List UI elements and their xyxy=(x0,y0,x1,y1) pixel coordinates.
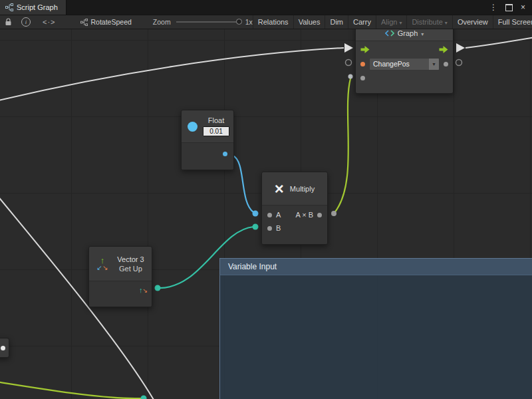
node-header[interactable]: Graph ▾ xyxy=(356,29,453,41)
node-vector3-getup[interactable]: ↑ ↙ ↘ Vector 3 Get Up ↑↘ xyxy=(88,246,152,307)
down-right-arrow-icon: ↘ xyxy=(142,287,148,294)
vector3-mini-icon: ↑↘ xyxy=(139,287,148,294)
dropdown-arrow-icon: ▾ xyxy=(399,20,402,26)
window-controls: ⋮ × xyxy=(489,0,532,15)
variable-port[interactable] xyxy=(360,62,365,66)
zoom-slider-handle[interactable] xyxy=(236,19,242,25)
menu-icon[interactable]: ⋮ xyxy=(489,3,497,11)
multiply-a-input-dot xyxy=(253,211,259,217)
align-button[interactable]: Align ▾ xyxy=(376,15,406,29)
float-title-group: Float 0.01 xyxy=(203,116,229,136)
node-header[interactable]: × Multiply xyxy=(262,172,327,205)
value-input-port[interactable] xyxy=(360,76,365,80)
float-type-icon xyxy=(188,122,198,132)
float-title: Float xyxy=(208,116,224,124)
relations-button[interactable]: Relations xyxy=(253,15,293,29)
lock-icon-glyph xyxy=(5,18,12,26)
wire-flow-out[interactable] xyxy=(466,37,532,48)
down-left-arrow-icon: ↙ xyxy=(97,265,102,271)
overview-button[interactable]: Overview xyxy=(452,15,493,29)
value-output-port[interactable] xyxy=(444,62,448,66)
output-label: A × B xyxy=(295,211,313,219)
flow-port[interactable] xyxy=(1,346,5,350)
wire-multiply-to-changepos[interactable] xyxy=(334,78,350,213)
wire-getup-to-multiply[interactable] xyxy=(158,227,253,288)
code-view-icon[interactable]: <·> xyxy=(38,15,61,29)
unconnected-port-ring-right[interactable] xyxy=(456,60,462,66)
variable-row: ChangePos ▾ xyxy=(356,57,453,70)
port-row-a: A A × B xyxy=(262,208,327,221)
getup-output-dot xyxy=(155,285,161,291)
node-ports xyxy=(182,142,233,170)
close-icon[interactable]: × xyxy=(521,3,525,11)
multiply-b-input-dot xyxy=(253,224,259,230)
node-float[interactable]: Float 0.01 xyxy=(181,110,234,170)
unity-script-graph-window: Script Graph ⋮ × i <·> xyxy=(0,0,532,399)
node-ports: A A × B B xyxy=(262,205,327,244)
lock-icon[interactable] xyxy=(0,15,17,29)
distribute-button[interactable]: Distribute ▾ xyxy=(406,15,452,29)
float-output-port[interactable] xyxy=(223,152,227,156)
output-group: A × B xyxy=(295,211,322,219)
zoom-control: Zoom 1x xyxy=(153,18,253,26)
values-button[interactable]: Values xyxy=(293,15,325,29)
variable-dropdown[interactable]: ChangePos ▾ xyxy=(369,58,440,70)
carry-button[interactable]: Carry xyxy=(348,15,376,29)
toolbar-buttons: Relations Values Dim Carry Align ▾ Distr… xyxy=(253,15,532,29)
output-port[interactable] xyxy=(317,213,322,217)
tab-title: Script Graph xyxy=(17,3,58,11)
info-icon[interactable]: i xyxy=(17,15,35,29)
input-b-label: B xyxy=(276,224,281,232)
graph-unit-title: Graph xyxy=(398,29,418,37)
vector3-title: Vector 3 xyxy=(117,255,144,263)
variable-name: ChangePos xyxy=(370,60,429,68)
node-multiply[interactable]: × Multiply A A × B B xyxy=(261,172,328,245)
input-a-label: A xyxy=(276,211,281,219)
zoom-value: 1x xyxy=(245,18,253,26)
window-tab-bar: Script Graph ⋮ × xyxy=(0,0,532,15)
unconnected-port-ring-left[interactable] xyxy=(346,60,352,66)
flow-arrowhead-in xyxy=(344,43,353,53)
graph-name: RotateSpeed xyxy=(91,18,132,26)
multiply-icon: × xyxy=(275,181,284,197)
dropdown-arrow-icon: ▾ xyxy=(429,59,439,70)
script-graph-icon xyxy=(5,3,13,11)
graph-unit-icon xyxy=(385,30,394,37)
multiply-output-dot xyxy=(331,211,336,216)
input-a-port[interactable] xyxy=(267,213,272,217)
zoom-slider[interactable] xyxy=(176,21,240,23)
input-b-port[interactable] xyxy=(267,226,272,231)
node-ports: ↑↘ xyxy=(89,281,152,307)
flow-arrowhead-out xyxy=(456,43,465,53)
wire-float-to-multiply[interactable] xyxy=(233,156,253,212)
graph-toolbar: i <·> RotateSpeed Zoom 1x Relatio xyxy=(0,15,532,29)
zoom-label: Zoom xyxy=(153,18,171,26)
graph-reference-breadcrumb[interactable]: RotateSpeed xyxy=(80,18,132,26)
script-graph-icon xyxy=(80,19,88,26)
graph-canvas[interactable]: Variable Input xyxy=(0,29,532,399)
maximize-icon[interactable] xyxy=(505,4,513,11)
node-header[interactable]: Float 0.01 xyxy=(182,110,233,142)
flow-input-port[interactable] xyxy=(360,46,370,53)
node-graph-changepos[interactable]: Graph ▾ ChangePos ▾ xyxy=(355,29,454,94)
node-partial-offscreen[interactable] xyxy=(0,338,9,358)
diag-arrows-icon: ↙ ↘ xyxy=(97,265,108,271)
wire-flow-in[interactable] xyxy=(0,48,344,101)
dropdown-arrow-icon: ▾ xyxy=(421,31,424,37)
flow-output-port[interactable] xyxy=(439,46,448,53)
multiply-title: Multiply xyxy=(290,185,315,193)
tab-script-graph[interactable]: Script Graph xyxy=(0,0,66,15)
vector3-icon: ↑ ↙ ↘ xyxy=(94,256,110,271)
fullscreen-button[interactable]: Full Screen xyxy=(493,15,532,29)
port-row-b: B xyxy=(262,221,327,235)
float-value-input[interactable]: 0.01 xyxy=(203,126,229,136)
wire-bottom-left[interactable] xyxy=(0,382,142,398)
dropdown-arrow-icon: ▾ xyxy=(445,20,448,26)
flow-ports-row xyxy=(356,41,453,57)
wire-endpoint-dot xyxy=(141,396,147,399)
vector3-title-group: Vector 3 Get Up xyxy=(115,255,146,273)
node-header[interactable]: ↑ ↙ ↘ Vector 3 Get Up xyxy=(89,247,152,281)
dim-button[interactable]: Dim xyxy=(325,15,348,29)
down-right-arrow-icon: ↘ xyxy=(102,265,108,271)
vector3-operation: Get Up xyxy=(119,265,142,273)
